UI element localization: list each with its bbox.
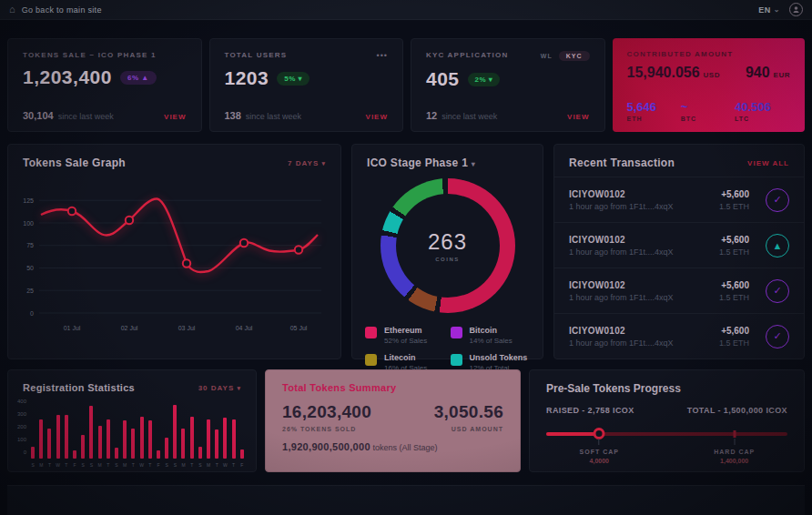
soft-cap-label: SOFT CAP <box>580 449 619 455</box>
card-title: TOTAL USERS <box>225 51 288 59</box>
bar-x-label: T <box>132 462 135 468</box>
hard-cap-label: HARD CAP <box>714 449 755 455</box>
y-tick: 200 <box>17 424 26 429</box>
view-all-button[interactable]: VIEW ALL <box>747 159 789 167</box>
transaction-id: ICIYOW0102 <box>569 235 674 245</box>
x-axis-labels: 01 Jul 02 Jul 03 Jul 04 Jul 05 Jul <box>64 325 308 331</box>
bar-x-label: S <box>198 462 201 468</box>
home-icon[interactable]: ⌂ <box>9 5 15 15</box>
card-kyc-application: KYC APPLICATION WL KYC 405 2% ▾ 12 since… <box>411 38 605 132</box>
view-button[interactable]: VIEW <box>567 113 589 121</box>
badge-percent: 2% <box>475 76 487 84</box>
bar: S <box>80 397 86 468</box>
total-tokens-suffix: tokens (All Stage) <box>372 443 437 452</box>
user-avatar[interactable] <box>789 3 803 16</box>
footer-strip <box>7 485 805 515</box>
y-tick: 400 <box>17 399 26 404</box>
card-title: CONTRIBUTED AMOUNT <box>627 50 791 58</box>
transaction-meta: 1 hour ago from 1F1t....4xqX <box>569 202 674 211</box>
bar-x-label: T <box>216 462 218 468</box>
line-chart: 125 100 75 50 25 0 01 Jul 02 Jul 03 Jul … <box>8 177 340 358</box>
transaction-amount: +5,600 <box>719 326 749 336</box>
view-button[interactable]: VIEW <box>366 113 388 121</box>
slider-fill <box>546 432 599 436</box>
donut-chart: 263 COINS <box>381 178 515 313</box>
transaction-row: ICIYOW0102 1 hour ago from 1F1t....4xqX … <box>554 222 804 268</box>
bar-x-label: T <box>107 462 109 468</box>
chevron-down-icon: ▾ <box>321 160 326 167</box>
range-dropdown[interactable]: 30 DAYS ▾ <box>198 384 241 392</box>
legend-name: Bitcoin <box>470 326 513 335</box>
y-tick: 300 <box>17 411 26 417</box>
bar-x-label: M <box>98 462 102 468</box>
coin-unit: ETH <box>627 116 681 122</box>
total-tokens-value: 1,920,900,500,000 <box>282 441 370 452</box>
coin-value: ~ <box>681 100 735 114</box>
badge-percent: 5% <box>284 75 296 83</box>
bar-x-label: T <box>148 462 151 468</box>
total-label: TOTAL - 1,500,000 ICOX <box>687 406 787 415</box>
more-menu-icon[interactable]: ••• <box>377 51 388 60</box>
bar: T <box>231 397 237 468</box>
delta-note: since last week <box>58 112 114 121</box>
coin-unit: LTC <box>735 116 788 122</box>
trend-badge: 6% ▲ <box>120 71 157 85</box>
y-axis-labels: 125 100 75 50 25 0 <box>23 197 34 317</box>
svg-text:75: 75 <box>26 242 34 248</box>
bar-x-label: W <box>139 462 144 468</box>
transaction-amount: +5,600 <box>719 280 749 290</box>
charts-row: Tokens Sale Graph 7 DAYS ▾ 125 100 <box>7 144 805 359</box>
bar: F <box>156 397 161 468</box>
trend-badge: 5% ▾ <box>277 72 310 86</box>
bar: W <box>138 397 144 468</box>
range-label: 30 DAYS <box>198 384 235 392</box>
svg-text:50: 50 <box>26 265 34 271</box>
cap-tick-line <box>734 439 735 445</box>
bar-x-label: M <box>207 462 210 468</box>
kyc-tab[interactable]: KYC <box>559 51 590 61</box>
raised-label: RAISED - 2,758 ICOX <box>546 406 634 415</box>
bar-x-label: F <box>74 462 76 468</box>
bar-x-label: F <box>157 462 159 468</box>
range-dropdown[interactable]: 7 DAYS ▾ <box>288 159 326 167</box>
card-contributed-amount: CONTRIBUTED AMOUNT 15,940.056USD 940EUR … <box>613 38 806 132</box>
sales-line-series <box>41 199 318 273</box>
tokens-sale-graph-panel: Tokens Sale Graph 7 DAYS ▾ 125 100 <box>7 144 341 359</box>
transaction-meta: 1 hour ago from 1F1t....4xqX <box>569 293 674 302</box>
delta-note: since last week <box>246 112 301 121</box>
card-title: TOKENS SALE ~ ICO PHASE 1 <box>23 51 157 59</box>
card-title: KYC APPLICATION <box>426 51 508 59</box>
slider-handle[interactable] <box>594 428 605 439</box>
transaction-info: ICIYOW0102 1 hour ago from 1F1t....4xqX <box>569 235 674 257</box>
language-selector[interactable]: EN ⌄ <box>758 5 780 15</box>
view-button[interactable]: VIEW <box>164 113 186 121</box>
bar-x-label: F <box>240 462 243 468</box>
svg-text:03 Jul: 03 Jul <box>178 325 196 331</box>
transaction-eth: 1.5 ETH <box>719 247 749 257</box>
back-to-main-site-link[interactable]: Go back to main site <box>22 5 102 15</box>
wl-tab[interactable]: WL <box>541 53 553 59</box>
transaction-list: ICIYOW0102 1 hour ago from 1F1t....4xqX … <box>554 177 804 358</box>
svg-text:125: 125 <box>23 197 34 204</box>
transaction-amount: +5,600 <box>719 235 749 245</box>
bar-x-label: S <box>90 462 93 468</box>
bar-series: SMTWTFSSMTSMTWTFSSMTSMTWTF <box>30 397 245 468</box>
total-tokens-summary-panel: Total Tokens Summary 16,203,400 26% TOKE… <box>265 369 521 472</box>
bar: W <box>56 397 61 468</box>
chevron-down-icon[interactable]: ▾ <box>472 160 475 168</box>
bar: S <box>88 397 94 468</box>
bar: T <box>147 397 153 468</box>
stat-cards-row: TOKENS SALE ~ ICO PHASE 1 1,203,400 6% ▲… <box>7 38 805 132</box>
bar-x-label: T <box>48 462 51 468</box>
kyc-value: 405 <box>426 68 460 90</box>
bar: S <box>114 397 119 468</box>
recent-transactions-panel: Recent Transaction VIEW ALL ICIYOW0102 1… <box>553 144 805 359</box>
registration-statistics-panel: Registration Statistics 30 DAYS ▾ 400 30… <box>7 369 257 472</box>
legend-sub: 14% of Sales <box>470 337 513 345</box>
ico-stage-title: ICO Stage Phase 1 <box>367 157 468 169</box>
bar-x-label: T <box>190 462 193 468</box>
eur-amount: 940 <box>746 65 770 81</box>
status-icon: ▲ <box>766 234 789 258</box>
legend-item: Bitcoin 14% of Sales <box>451 326 531 345</box>
total-users-value: 1203 <box>225 67 269 89</box>
